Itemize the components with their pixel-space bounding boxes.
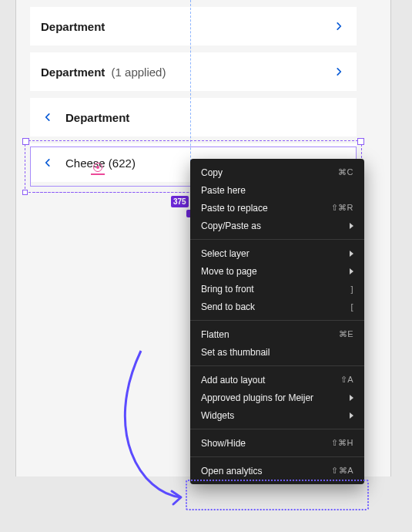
menu-bring-to-front[interactable]: Bring to front ] [190, 280, 364, 298]
menu-separator [190, 239, 364, 240]
department-label: Department [65, 111, 346, 124]
menu-paste-replace[interactable]: Paste to replace ⇧⌘R [190, 199, 364, 217]
menu-paste-here[interactable]: Paste here [190, 181, 364, 199]
callout-highlight [186, 480, 369, 510]
component-indicator-icon [93, 163, 102, 172]
menu-widgets[interactable]: Widgets [190, 406, 364, 424]
menu-show-hide[interactable]: Show/Hide ⇧⌘H [190, 434, 364, 452]
menu-add-auto-layout[interactable]: Add auto layout ⇧A [190, 371, 364, 389]
menu-approved-plugins[interactable]: Approved plugins for Meijer [190, 389, 364, 406]
department-row-collapsed[interactable]: Department [30, 7, 357, 45]
department-label: Department [41, 20, 332, 33]
dimension-badge: 375 [171, 196, 189, 207]
menu-copy-paste-as[interactable]: Copy/Paste as [190, 217, 364, 234]
menu-send-to-back[interactable]: Send to back [ [190, 298, 364, 315]
department-row-applied[interactable]: Department (1 applied) [30, 52, 357, 91]
menu-copy[interactable]: Copy ⌘C [190, 163, 364, 181]
menu-separator [190, 429, 364, 429]
submenu-arrow-icon [350, 223, 353, 229]
department-label: Department (1 applied) [41, 66, 332, 79]
submenu-arrow-icon [350, 251, 353, 257]
chevron-left-icon [41, 156, 55, 170]
menu-select-layer[interactable]: Select layer [190, 244, 364, 262]
context-menu: Copy ⌘C Paste here Paste to replace ⇧⌘R … [190, 159, 364, 484]
menu-separator [190, 320, 364, 321]
chevron-left-icon [41, 110, 55, 124]
menu-move-to-page[interactable]: Move to page [190, 262, 364, 280]
submenu-arrow-icon [350, 268, 353, 274]
submenu-arrow-icon [350, 395, 353, 401]
component-underline [91, 173, 105, 175]
menu-open-analytics[interactable]: Open analytics ⇧⌘A [190, 462, 364, 480]
menu-set-thumbnail[interactable]: Set as thumbnail [190, 343, 364, 361]
chevron-right-icon [332, 19, 346, 33]
department-row-back[interactable]: Department [30, 98, 357, 136]
menu-separator [190, 365, 364, 366]
applied-count: (1 applied) [112, 66, 166, 79]
submenu-arrow-icon [350, 412, 353, 419]
menu-flatten[interactable]: Flatten ⌘E [190, 325, 364, 343]
menu-separator [190, 456, 364, 457]
chevron-right-icon [332, 65, 346, 79]
